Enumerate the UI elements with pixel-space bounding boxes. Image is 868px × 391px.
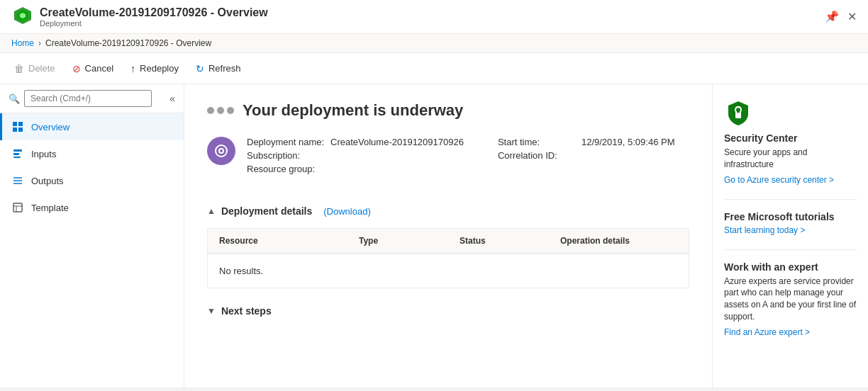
cancel-icon: ⊘ [72, 63, 81, 74]
app-logo [11, 6, 34, 28]
info-right: Start time: 12/9/2019, 5:09:46 PM Correl… [498, 137, 675, 177]
col-status: Status [448, 229, 549, 253]
svg-rect-21 [737, 108, 740, 113]
col-type: Type [347, 229, 448, 253]
download-link[interactable]: (Download) [323, 206, 370, 217]
deployment-details-title: Deployment details [221, 205, 312, 217]
start-time-label: Start time: [498, 137, 576, 147]
status-dots [207, 107, 234, 114]
subscription-label: Subscription: [247, 150, 325, 161]
breadcrumb-separator: › [38, 38, 41, 48]
breadcrumb: Home › CreateVolume-20191209170926 - Ove… [0, 34, 868, 53]
sidebar-item-overview-label: Overview [31, 122, 69, 132]
expert-desc: Azure experts are service provider part … [724, 276, 857, 323]
col-resource: Resource [208, 229, 347, 253]
svg-rect-13 [13, 203, 22, 212]
deployment-details-header[interactable]: ▲ Deployment details (Download) [207, 205, 689, 217]
table-header: Resource Type Status Operation details [208, 229, 689, 254]
delete-label: Delete [28, 63, 55, 74]
right-panel: Security Center Secure your apps and inf… [712, 84, 868, 387]
cancel-label: Cancel [85, 63, 113, 74]
topbar-actions: 📌 ✕ [825, 10, 857, 23]
main-content: Your deployment is underway Deployment n… [184, 84, 712, 387]
commandbar: 🗑 Delete ⊘ Cancel ↑ Redeploy ↻ Refresh [0, 53, 868, 84]
svg-rect-7 [13, 149, 22, 152]
panel-divider-1 [724, 199, 857, 200]
deployment-resource-icon [207, 137, 235, 165]
app-title-group: CreateVolume-20191209170926 - Overview D… [40, 6, 268, 28]
svg-rect-5 [13, 128, 17, 132]
dot-2 [217, 107, 224, 114]
sidebar-item-inputs-label: Inputs [31, 149, 56, 159]
svg-rect-4 [18, 122, 23, 126]
sidebar-item-outputs-label: Outputs [31, 176, 64, 186]
refresh-label: Refresh [208, 63, 241, 74]
redeploy-button[interactable]: ↑ Redeploy [122, 53, 187, 84]
cancel-button[interactable]: ⊘ Cancel [64, 53, 122, 84]
security-center-link[interactable]: Go to Azure security center > [724, 175, 857, 185]
sidebar-item-inputs[interactable]: Inputs [0, 140, 184, 167]
delete-button[interactable]: 🗑 Delete [6, 53, 64, 84]
tutorials-link[interactable]: Start learning today > [724, 225, 857, 235]
topbar: CreateVolume-20191209170926 - Overview D… [0, 0, 868, 34]
main-layout: 🔍 « Overview Inputs Outputs Te [0, 84, 868, 387]
info-row-name: Deployment name: CreateVolume-2019120917… [247, 137, 464, 147]
svg-rect-8 [13, 153, 19, 155]
start-time-value: 12/9/2019, 5:09:46 PM [582, 137, 675, 147]
name-value: CreateVolume-20191209170926 [330, 137, 464, 147]
next-steps-chevron: ▼ [207, 306, 216, 316]
search-icon: 🔍 [9, 94, 20, 104]
panel-expert: Work with an expert Azure experts are se… [724, 261, 857, 337]
resource-group-label: Resource group: [247, 164, 325, 174]
sidebar-item-template[interactable]: Template [0, 194, 184, 221]
expert-title: Work with an expert [724, 261, 857, 273]
sidebar-item-template-label: Template [31, 203, 69, 213]
info-left: Deployment name: CreateVolume-2019120917… [247, 137, 464, 177]
correlation-label: Correlation ID: [498, 150, 576, 161]
pin-icon[interactable]: 📌 [825, 10, 839, 23]
template-icon [11, 201, 24, 214]
sidebar-item-overview[interactable]: Overview [0, 113, 184, 140]
app-subtitle: Deployment [40, 19, 268, 28]
search-input[interactable] [24, 90, 152, 107]
svg-rect-9 [13, 157, 21, 158]
sidebar: 🔍 « Overview Inputs Outputs Te [0, 84, 184, 387]
sidebar-item-outputs[interactable]: Outputs [0, 167, 184, 194]
info-row-correlation: Correlation ID: [498, 150, 675, 161]
deployment-header: Your deployment is underway [207, 101, 689, 120]
next-steps-title: Next steps [221, 305, 272, 317]
security-center-title: Security Center [724, 132, 857, 144]
security-center-desc: Secure your apps and infrastructure [724, 147, 857, 171]
refresh-button[interactable]: ↻ Refresh [187, 53, 250, 84]
deployment-table: Resource Type Status Operation details N… [207, 228, 689, 288]
panel-divider-2 [724, 249, 857, 250]
deployment-info: Deployment name: CreateVolume-2019120917… [207, 137, 689, 188]
redeploy-label: Redeploy [140, 63, 179, 74]
close-icon[interactable]: ✕ [847, 10, 857, 23]
svg-rect-6 [18, 128, 23, 132]
panel-security: Security Center Secure your apps and inf… [724, 98, 857, 185]
outputs-icon [11, 174, 24, 187]
refresh-icon: ↻ [196, 63, 204, 74]
svg-point-18 [220, 149, 223, 152]
breadcrumb-home[interactable]: Home [11, 38, 34, 48]
info-block: Deployment name: CreateVolume-2019120917… [207, 137, 674, 177]
name-label: Deployment name: [247, 137, 325, 147]
expert-link[interactable]: Find an Azure expert > [724, 327, 857, 337]
security-center-icon [724, 98, 752, 127]
inputs-icon [11, 147, 24, 160]
breadcrumb-current: CreateVolume-20191209170926 - Overview [45, 38, 211, 48]
svg-rect-3 [13, 122, 17, 126]
deployment-title: Your deployment is underway [243, 101, 463, 120]
info-row-start-time: Start time: 12/9/2019, 5:09:46 PM [498, 137, 675, 147]
search-box: 🔍 « [0, 84, 184, 113]
next-steps-header[interactable]: ▼ Next steps [207, 305, 689, 317]
topbar-left: CreateVolume-20191209170926 - Overview D… [11, 6, 268, 28]
col-operation: Operation details [549, 229, 689, 253]
info-row-resource-group: Resource group: [247, 164, 464, 174]
collapse-icon[interactable]: « [169, 93, 175, 104]
redeploy-icon: ↑ [130, 63, 135, 74]
overview-icon [11, 120, 24, 133]
dot-1 [207, 107, 214, 114]
app-title: CreateVolume-20191209170926 - Overview [40, 6, 268, 19]
